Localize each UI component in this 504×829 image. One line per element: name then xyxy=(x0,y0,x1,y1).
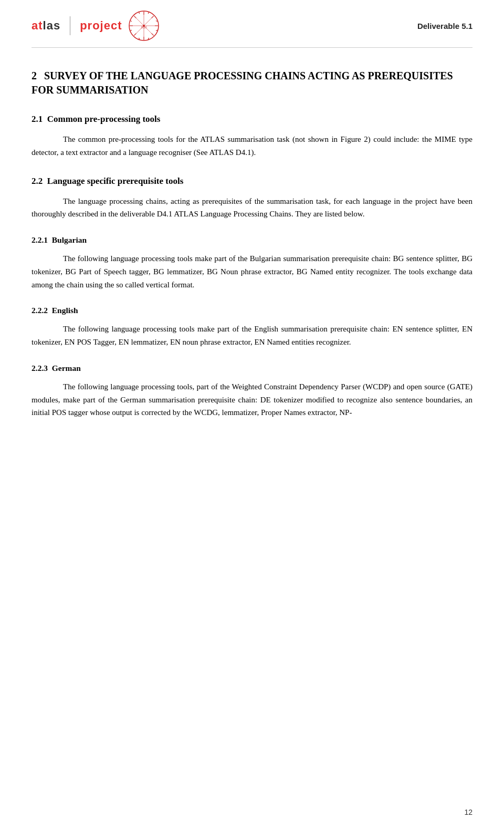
svg-line-15 xyxy=(156,21,158,22)
subsection2-2-3-body: The following language processing tools,… xyxy=(32,380,472,419)
subsection2-2-body: The language processing chains, acting a… xyxy=(32,195,472,221)
svg-text:2010: 2010 xyxy=(141,26,146,29)
project-logo: project xyxy=(80,19,122,33)
atlas-text-at: at xyxy=(32,19,43,32)
atlas-text-las: las xyxy=(43,19,61,32)
page-footer: 12 xyxy=(0,808,504,816)
subsection2-1-number: 2.1 xyxy=(32,114,43,124)
subsection2-2-3-title-text: German xyxy=(52,364,81,372)
svg-line-14 xyxy=(130,30,132,30)
svg-line-7 xyxy=(151,33,153,35)
section2-title-text: SURVEY OF THE LANGUAGE PROCESSING CHAINS… xyxy=(32,70,453,96)
subsection2-2-2-body: The following language processing tools … xyxy=(32,323,472,349)
subsection2-2-3-number: 2.2.3 xyxy=(32,364,48,372)
subsection2-2-number: 2.2 xyxy=(32,176,43,186)
subsection2-2-1-number: 2.2.1 xyxy=(32,235,48,244)
page-header: atlas project xyxy=(32,0,472,48)
logo-divider xyxy=(70,16,70,35)
subsection2-2-1-title: 2.2.1 Bulgarian xyxy=(32,235,472,245)
subsection2-2-1-title-text: Bulgarian xyxy=(52,235,87,244)
svg-line-16 xyxy=(139,38,139,39)
subsection2-1-body: The common pre-processing tools for the … xyxy=(32,133,472,159)
svg-line-6 xyxy=(134,16,136,18)
header-logos: atlas project xyxy=(32,9,160,42)
svg-line-17 xyxy=(148,12,149,14)
page-number: 12 xyxy=(464,808,472,816)
subsection2-2-1-body: The following language processing tools … xyxy=(32,252,472,291)
circle-emblem-icon: 2010 xyxy=(128,9,160,42)
subsection2-2-title: 2.2 Language specific prerequisite tools xyxy=(32,176,472,186)
svg-line-13 xyxy=(156,30,158,30)
subsection2-2-2-title-text: English xyxy=(52,306,78,315)
section2-title: 2SURVEY OF THE LANGUAGE PROCESSING CHAIN… xyxy=(32,69,472,97)
svg-line-10 xyxy=(139,12,139,14)
main-content: 2SURVEY OF THE LANGUAGE PROCESSING CHAIN… xyxy=(32,48,472,458)
section2-number: 2 xyxy=(32,70,37,81)
subsection2-2-2-title: 2.2.2 English xyxy=(32,306,472,315)
svg-line-9 xyxy=(134,33,136,35)
page: atlas project xyxy=(0,0,504,829)
svg-line-8 xyxy=(151,16,153,18)
atlas-logo: atlas xyxy=(32,19,60,33)
subsection2-1-title-text: Common pre-processing tools xyxy=(47,114,161,124)
deliverable-label: Deliverable 5.1 xyxy=(417,22,472,30)
subsection2-2-title-text: Language specific prerequisite tools xyxy=(47,176,184,186)
svg-line-11 xyxy=(148,38,149,39)
subsection2-2-2-number: 2.2.2 xyxy=(32,306,48,315)
subsection2-2-3-title: 2.2.3 German xyxy=(32,364,472,373)
subsection2-1-title: 2.1 Common pre-processing tools xyxy=(32,114,472,125)
svg-line-12 xyxy=(130,21,132,22)
